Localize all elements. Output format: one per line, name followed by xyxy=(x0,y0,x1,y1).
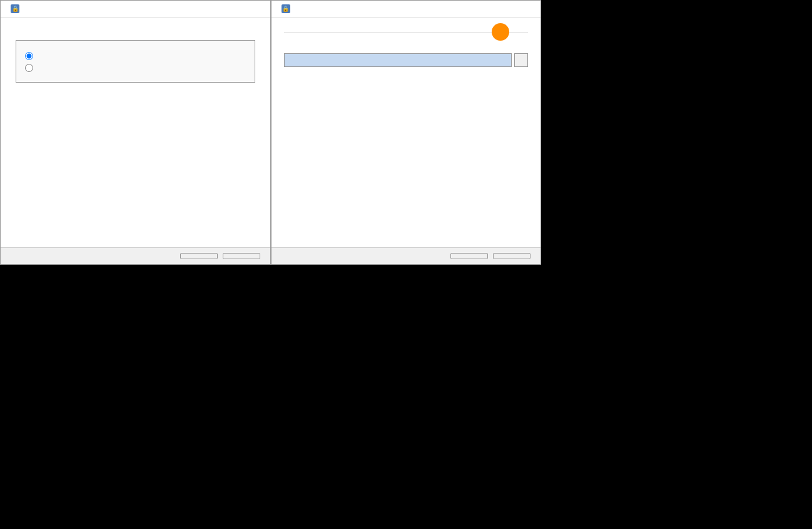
panel-welcome: 🔒 xyxy=(0,0,271,265)
cert-icon-2: 🔒 xyxy=(282,4,290,13)
content-1 xyxy=(1,18,270,247)
cancel-button-1[interactable] xyxy=(223,253,260,259)
cancel-button-2[interactable] xyxy=(493,253,530,259)
next-button-2[interactable] xyxy=(450,253,488,259)
titlebar-1: 🔒 xyxy=(1,1,270,18)
titlebar-2: 🔒 xyxy=(272,1,541,18)
browse-button-2[interactable] xyxy=(514,53,528,67)
next-button-1[interactable] xyxy=(180,253,218,259)
file-name-input[interactable] xyxy=(284,53,512,67)
radio-current-user[interactable] xyxy=(25,52,246,60)
radio-local-machine-input[interactable] xyxy=(25,64,33,72)
content-2 xyxy=(272,18,541,247)
panel-file-import: 🔒 xyxy=(271,0,542,265)
cert-icon-1: 🔒 xyxy=(11,4,19,13)
footer-2 xyxy=(272,247,541,264)
radio-local-machine[interactable] xyxy=(25,64,246,72)
file-input-row xyxy=(284,53,529,67)
store-location-box xyxy=(16,40,255,83)
footer-1 xyxy=(1,247,270,264)
radio-current-user-input[interactable] xyxy=(25,52,33,60)
